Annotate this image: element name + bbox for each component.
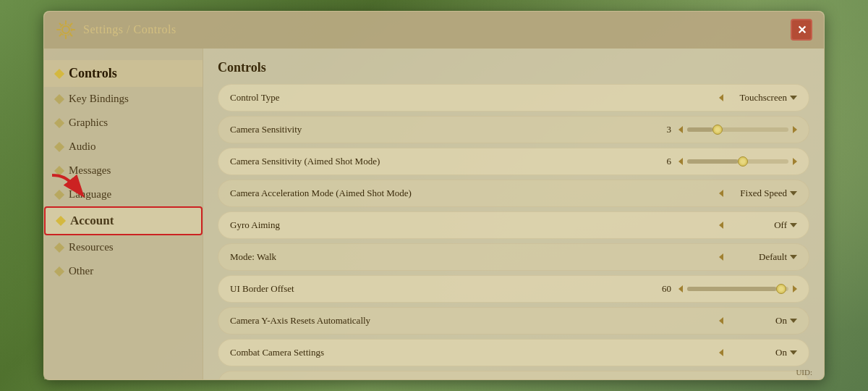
setting-row[interactable]: Mode: WalkDefault (218, 243, 809, 271)
sidebar-item-graphics[interactable]: Graphics (44, 111, 203, 135)
dropdown-value: On (729, 347, 787, 358)
diamond-icon (54, 68, 64, 78)
setting-row[interactable]: Default Camera Distance4.0 (218, 371, 809, 379)
setting-name: Mode: Walk (230, 251, 719, 263)
setting-name: Gyro Aiming (230, 219, 719, 231)
setting-row[interactable]: Camera Y-Axis Resets AutomaticallyOn (218, 307, 809, 335)
slider-right-arrow[interactable] (793, 285, 797, 293)
chevron-down-icon[interactable] (790, 350, 797, 355)
diamond-icon (54, 242, 64, 252)
slider-left-arrow[interactable] (678, 158, 683, 165)
setting-row[interactable]: Camera Sensitivity (Aimed Shot Mode)6 (218, 148, 809, 175)
sidebar-item-account[interactable]: Account (44, 206, 203, 235)
modal-body: Controls Key Bindings Graphics Audio Mes… (44, 49, 824, 379)
gear-icon (56, 20, 76, 40)
dropdown-control[interactable]: Off (719, 219, 797, 231)
diamond-icon (54, 117, 64, 127)
sidebar-item-language[interactable]: Language (44, 182, 203, 206)
slider-fill (687, 127, 712, 132)
dropdown-control[interactable]: Fixed Speed (719, 188, 797, 199)
setting-row[interactable]: UI Border Offset60 (218, 275, 809, 303)
setting-row[interactable]: Camera Sensitivity3 (218, 116, 809, 143)
slider-control[interactable] (678, 158, 797, 165)
chevron-down-icon[interactable] (790, 191, 797, 196)
slider-control[interactable] (678, 126, 797, 133)
setting-row[interactable]: Control TypeTouchscreen (218, 84, 809, 112)
dropdown-value: Touchscreen (729, 92, 787, 104)
diamond-icon (54, 141, 64, 151)
sidebar-item-audio[interactable]: Audio (44, 135, 203, 159)
dropdown-value: Fixed Speed (729, 188, 787, 199)
setting-row[interactable]: Camera Acceleration Mode (Aimed Shot Mod… (218, 180, 809, 207)
setting-name: UI Border Offset (230, 283, 662, 295)
slider-left-arrow[interactable] (678, 126, 683, 133)
header-title: Settings / Controls (83, 23, 176, 36)
svg-point-0 (62, 26, 69, 33)
sidebar-item-label: Language (69, 188, 111, 201)
chevron-down-icon[interactable] (790, 96, 797, 100)
sidebar-item-label: Graphics (69, 117, 108, 129)
diamond-icon (54, 266, 64, 276)
setting-name: Camera Sensitivity (Aimed Shot Mode) (230, 156, 667, 167)
dropdown-left-arrow[interactable] (719, 349, 723, 356)
dropdown-value: Off (729, 219, 787, 231)
slider-right-arrow[interactable] (793, 126, 797, 133)
dropdown-control[interactable]: Touchscreen (719, 92, 797, 104)
slider-thumb[interactable] (776, 284, 786, 294)
setting-value: 3 (667, 124, 672, 135)
dropdown-control[interactable]: On (719, 315, 797, 327)
setting-row[interactable]: Combat Camera SettingsOn (218, 339, 809, 366)
close-button[interactable]: ✕ (791, 19, 812, 41)
section-title: Controls (218, 60, 809, 75)
dropdown-left-arrow[interactable] (719, 253, 723, 261)
slider-control[interactable] (678, 285, 797, 293)
diamond-icon (54, 93, 64, 104)
slider-thumb[interactable] (712, 125, 723, 135)
modal-header: Settings / Controls ✕ (44, 12, 824, 49)
uid-bar: UID: (796, 368, 812, 377)
dropdown-left-arrow[interactable] (719, 190, 723, 197)
slider-track[interactable] (687, 127, 788, 132)
slider-left-arrow[interactable] (678, 285, 683, 293)
sidebar-item-resources[interactable]: Resources (44, 235, 203, 259)
diamond-icon (56, 216, 66, 226)
setting-name: Control Type (230, 92, 719, 104)
dropdown-left-arrow[interactable] (719, 94, 723, 101)
setting-name: Camera Y-Axis Resets Automatically (230, 315, 719, 327)
slider-fill (687, 287, 776, 291)
chevron-down-icon[interactable] (790, 319, 797, 323)
setting-name: Default Camera Distance (230, 379, 660, 379)
setting-name: Combat Camera Settings (230, 347, 719, 358)
sidebar-item-key-bindings[interactable]: Key Bindings (44, 87, 203, 111)
settings-modal: Settings / Controls ✕ Controls Key Bindi… (43, 11, 825, 380)
setting-value: 6 (667, 156, 672, 167)
dropdown-left-arrow[interactable] (719, 317, 723, 324)
sidebar-item-label: Resources (69, 241, 114, 253)
sidebar-item-label: Messages (69, 164, 111, 177)
sidebar: Controls Key Bindings Graphics Audio Mes… (44, 49, 203, 379)
sidebar-item-controls[interactable]: Controls (44, 60, 203, 87)
chevron-down-icon[interactable] (790, 223, 797, 227)
sidebar-item-messages[interactable]: Messages (44, 159, 203, 182)
settings-list: Control TypeTouchscreenCamera Sensitivit… (218, 84, 809, 379)
setting-name: Camera Acceleration Mode (Aimed Shot Mod… (230, 188, 719, 199)
sidebar-item-label: Account (70, 214, 114, 228)
dropdown-control[interactable]: On (719, 347, 797, 358)
diamond-icon (54, 165, 64, 175)
slider-thumb[interactable] (738, 156, 748, 167)
dropdown-value: Default (729, 251, 787, 263)
setting-name: Camera Sensitivity (230, 124, 667, 135)
sidebar-item-label: Key Bindings (69, 93, 129, 105)
setting-value: 60 (662, 283, 671, 295)
slider-track[interactable] (687, 159, 788, 164)
dropdown-control[interactable]: Default (719, 251, 797, 263)
sidebar-item-other[interactable]: Other (44, 259, 203, 283)
slider-fill (687, 159, 738, 164)
sidebar-item-label: Audio (69, 140, 96, 153)
dropdown-left-arrow[interactable] (719, 222, 723, 229)
chevron-down-icon[interactable] (790, 255, 797, 259)
setting-row[interactable]: Gyro AimingOff (218, 211, 809, 239)
slider-right-arrow[interactable] (793, 158, 797, 165)
slider-track[interactable] (687, 287, 788, 291)
setting-value: 4.0 (660, 379, 671, 379)
